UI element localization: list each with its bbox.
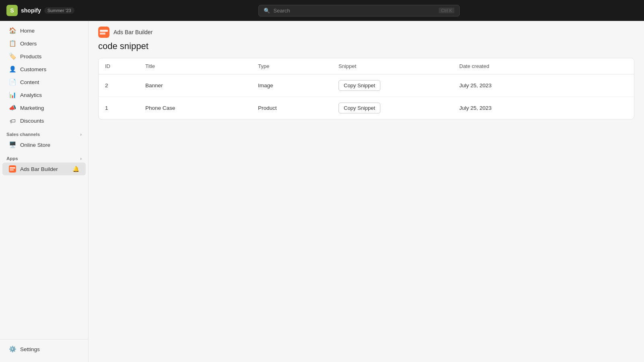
sidebar-bottom: ⚙️ Settings: [0, 339, 88, 359]
topbar-logo: S shopify Summer '23: [6, 5, 74, 16]
cell-date-0: July 25, 2023: [453, 74, 634, 97]
sidebar-item-ads-bar-builder[interactable]: Ads Bar Builder 🔔: [2, 162, 86, 175]
cell-title-1: Phone Case: [139, 97, 252, 119]
cell-date-1: July 25, 2023: [453, 97, 634, 119]
analytics-icon: 📊: [9, 91, 16, 99]
apps-chevron-icon: ›: [80, 156, 82, 161]
search-shortcut-badge: Ctrl K: [439, 8, 455, 13]
sidebar-item-label-analytics: Analytics: [20, 92, 42, 98]
main-content: Ads Bar Builder code snippet ID Title Ty…: [89, 21, 644, 362]
topbar-search: 🔍 Search Ctrl K: [81, 5, 638, 16]
page-header-bar: Ads Bar Builder: [89, 21, 644, 38]
table-row: 1 Phone Case Product Copy Snippet July 2…: [99, 97, 634, 119]
sidebar-item-discounts[interactable]: 🏷 Discounts: [2, 114, 86, 127]
products-icon: 🏷️: [9, 53, 16, 60]
sidebar-item-label-discounts: Discounts: [20, 118, 44, 124]
sidebar-item-label-online-store: Online Store: [20, 142, 50, 148]
search-input[interactable]: Search: [273, 8, 436, 14]
ads-bar-builder-icon: [9, 165, 16, 173]
sidebar-item-label-content: Content: [20, 79, 39, 85]
copy-snippet-button-0[interactable]: Copy Snippet: [339, 80, 380, 91]
cell-type-0: Image: [252, 74, 332, 97]
sidebar-item-label-customers: Customers: [20, 66, 46, 72]
settings-icon: ⚙️: [9, 346, 16, 353]
discounts-icon: 🏷: [9, 117, 16, 124]
sidebar-item-label-ads-bar-builder: Ads Bar Builder: [20, 166, 58, 172]
sidebar-item-label-marketing: Marketing: [20, 105, 44, 111]
sidebar-item-label-products: Products: [20, 53, 41, 60]
bell-icon[interactable]: 🔔: [72, 166, 79, 172]
orders-icon: 📋: [9, 40, 16, 47]
customers-icon: 👤: [9, 66, 16, 73]
cell-id-1: 1: [99, 97, 139, 119]
app-header-icon: [98, 27, 109, 38]
table-header-row: ID Title Type Snippet Date created: [99, 58, 634, 74]
sales-channels-label: Sales channels: [6, 132, 40, 137]
svg-rect-0: [9, 165, 16, 173]
table-container: ID Title Type Snippet Date created 2 Ban…: [98, 58, 634, 119]
copy-snippet-button-1[interactable]: Copy Snippet: [339, 103, 380, 113]
snippets-table: ID Title Type Snippet Date created 2 Ban…: [99, 58, 634, 119]
svg-rect-2: [10, 169, 14, 171]
chevron-right-icon: ›: [80, 132, 82, 137]
topbar: S shopify Summer '23 🔍 Search Ctrl K: [0, 0, 644, 21]
apps-label: Apps: [6, 156, 18, 161]
cell-snippet-0: Copy Snippet: [332, 74, 453, 97]
sidebar-item-content[interactable]: 📄 Content: [2, 76, 86, 88]
summer-badge: Summer '23: [44, 7, 74, 14]
table-header-date: Date created: [453, 58, 634, 74]
sidebar-item-orders[interactable]: 📋 Orders: [2, 37, 86, 50]
app-header-name: Ads Bar Builder: [114, 29, 153, 35]
table-header-title: Title: [139, 58, 252, 74]
sidebar-item-online-store[interactable]: 🖥️ Online Store: [2, 138, 86, 151]
sidebar-item-settings[interactable]: ⚙️ Settings: [2, 343, 86, 356]
cell-type-1: Product: [252, 97, 332, 119]
cell-title-0: Banner: [139, 74, 252, 97]
search-icon: 🔍: [264, 8, 270, 14]
cell-id-0: 2: [99, 74, 139, 97]
content-icon: 📄: [9, 78, 16, 86]
search-box[interactable]: 🔍 Search Ctrl K: [258, 5, 460, 16]
svg-rect-3: [98, 27, 109, 38]
home-icon: 🏠: [9, 27, 16, 34]
sidebar-item-home[interactable]: 🏠 Home: [2, 24, 86, 37]
sidebar: 🏠 Home 📋 Orders 🏷️ Products 👤 Customers …: [0, 21, 89, 362]
shopify-logo-icon: S: [6, 5, 18, 16]
sidebar-item-analytics[interactable]: 📊 Analytics: [2, 88, 86, 101]
marketing-icon: 📣: [9, 104, 16, 111]
svg-rect-5: [100, 33, 105, 35]
svg-rect-1: [10, 167, 15, 169]
page-title: code snippet: [98, 41, 634, 51]
sidebar-item-label-settings: Settings: [20, 346, 40, 352]
online-store-icon: 🖥️: [9, 141, 16, 148]
sidebar-item-label-orders: Orders: [20, 41, 37, 47]
cell-snippet-1: Copy Snippet: [332, 97, 453, 119]
table-header-id: ID: [99, 58, 139, 74]
svg-rect-4: [100, 30, 108, 32]
layout: 🏠 Home 📋 Orders 🏷️ Products 👤 Customers …: [0, 21, 644, 362]
table-header-type: Type: [252, 58, 332, 74]
shopify-wordmark: shopify: [21, 7, 41, 14]
sidebar-item-customers[interactable]: 👤 Customers: [2, 63, 86, 76]
sidebar-item-marketing[interactable]: 📣 Marketing: [2, 101, 86, 114]
table-header-snippet: Snippet: [332, 58, 453, 74]
table-row: 2 Banner Image Copy Snippet July 25, 202…: [99, 74, 634, 97]
sidebar-item-label-home: Home: [20, 28, 35, 34]
apps-section: Apps ›: [0, 151, 88, 162]
sales-channels-section: Sales channels ›: [0, 127, 88, 138]
page-title-area: code snippet: [89, 38, 644, 58]
sidebar-item-products[interactable]: 🏷️ Products: [2, 50, 86, 63]
